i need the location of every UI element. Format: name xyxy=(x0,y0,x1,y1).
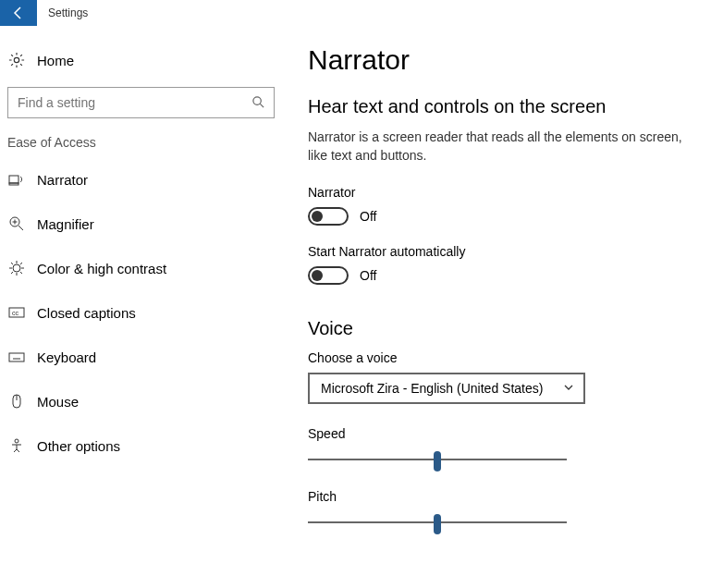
speed-slider[interactable] xyxy=(308,448,567,471)
sidebar-item-magnifier[interactable]: Magnifier xyxy=(7,202,275,246)
sidebar-item-label: Mouse xyxy=(37,394,79,410)
svg-point-20 xyxy=(15,439,18,443)
page-title: Narrator xyxy=(308,44,711,76)
svg-line-6 xyxy=(18,226,23,230)
svg-line-2 xyxy=(260,104,264,107)
toggle-knob xyxy=(312,270,323,281)
sidebar-item-keyboard[interactable]: Keyboard xyxy=(7,335,275,379)
sidebar-item-narrator[interactable]: Narrator xyxy=(7,157,275,202)
sidebar-item-label: Narrator xyxy=(37,172,88,188)
voice-select-value: Microsoft Zira - English (United States) xyxy=(321,381,543,396)
gear-icon xyxy=(7,52,26,68)
search-input[interactable] xyxy=(7,87,275,118)
toggle-knob xyxy=(312,211,323,222)
toggle-autostart[interactable] xyxy=(308,266,349,285)
toggle-autostart-row: Off xyxy=(308,266,711,285)
toggle-autostart-state: Off xyxy=(360,268,376,283)
speed-label: Speed xyxy=(308,426,711,441)
voice-choose-label: Choose a voice xyxy=(308,350,711,365)
toggle-narrator-label: Narrator xyxy=(308,185,711,200)
mouse-icon xyxy=(7,393,26,410)
section-hear-title: Hear text and controls on the screen xyxy=(308,96,711,117)
toggle-narrator[interactable] xyxy=(308,207,349,226)
content: Home Ease of Access Narrator Magnifier xyxy=(0,26,711,588)
arrow-left-icon xyxy=(11,6,26,20)
main: Narrator Hear text and controls on the s… xyxy=(282,26,711,588)
sidebar-item-label: Color & high contrast xyxy=(37,261,166,276)
accessibility-icon xyxy=(7,437,26,454)
pitch-group: Pitch xyxy=(308,489,711,533)
section-voice-title: Voice xyxy=(308,318,711,339)
voice-select[interactable]: Microsoft Zira - English (United States) xyxy=(308,373,585,404)
svg-point-0 xyxy=(14,57,18,62)
keyboard-icon xyxy=(7,349,26,365)
sidebar-item-color-contrast[interactable]: Color & high contrast xyxy=(7,246,275,290)
slider-thumb[interactable] xyxy=(434,514,441,534)
search-wrap xyxy=(7,87,275,118)
pitch-label: Pitch xyxy=(308,489,711,504)
titlebar: Settings xyxy=(0,0,711,26)
magnifier-icon xyxy=(7,215,26,232)
pitch-slider[interactable] xyxy=(308,511,567,533)
sidebar-item-closed-captions[interactable]: cc Closed captions xyxy=(7,290,275,335)
svg-text:cc: cc xyxy=(12,310,19,316)
sidebar-item-label: Keyboard xyxy=(37,349,96,365)
sidebar-item-mouse[interactable]: Mouse xyxy=(7,379,275,423)
sidebar-home[interactable]: Home xyxy=(7,41,275,80)
svg-rect-4 xyxy=(9,183,18,185)
contrast-icon xyxy=(7,260,26,276)
narrator-icon xyxy=(7,171,26,188)
captions-icon: cc xyxy=(7,304,26,321)
svg-point-9 xyxy=(13,264,20,272)
svg-rect-12 xyxy=(9,353,24,361)
svg-point-1 xyxy=(253,97,261,104)
sidebar: Home Ease of Access Narrator Magnifier xyxy=(0,26,282,588)
chevron-down-icon xyxy=(563,381,574,396)
sidebar-category: Ease of Access xyxy=(7,135,275,150)
search-icon xyxy=(251,95,265,113)
window-title: Settings xyxy=(48,6,88,19)
sidebar-home-label: Home xyxy=(37,53,74,68)
svg-rect-3 xyxy=(9,176,18,183)
slider-thumb[interactable] xyxy=(434,451,441,472)
sidebar-item-label: Closed captions xyxy=(37,305,136,321)
toggle-narrator-row: Off xyxy=(308,207,711,226)
toggle-autostart-label: Start Narrator automatically xyxy=(308,244,711,259)
speed-group: Speed xyxy=(308,426,711,471)
section-description: Narrator is a screen reader that reads a… xyxy=(308,129,696,165)
back-button[interactable] xyxy=(0,0,37,26)
sidebar-item-label: Magnifier xyxy=(37,216,94,232)
sidebar-item-label: Other options xyxy=(37,438,120,454)
sidebar-item-other-options[interactable]: Other options xyxy=(7,423,275,468)
toggle-narrator-state: Off xyxy=(360,209,376,224)
